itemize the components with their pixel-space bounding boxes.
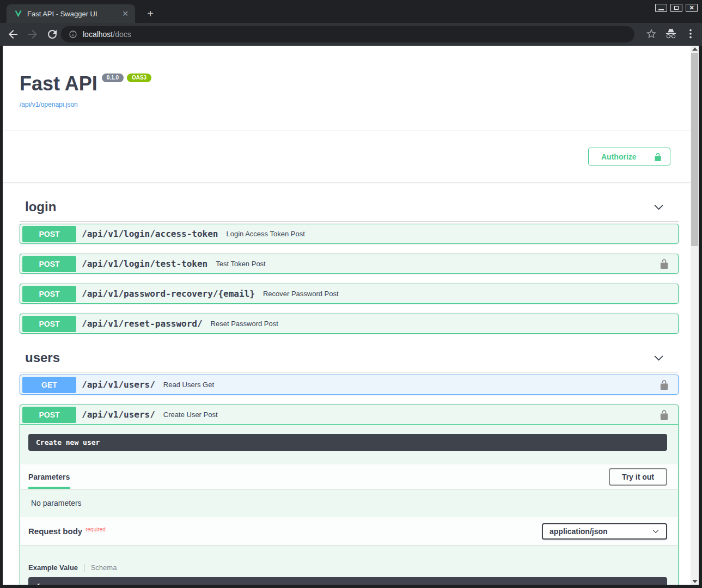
tag-name: users xyxy=(25,350,60,365)
operation-summary[interactable]: POST /api/v1/password-recovery/{email} R… xyxy=(20,284,678,303)
window-close-button[interactable]: ✕ xyxy=(686,4,698,12)
method-badge: POST xyxy=(22,316,76,332)
oas3-badge: OAS3 xyxy=(127,74,151,82)
bookmark-star-icon[interactable] xyxy=(645,28,657,40)
opblock-create-user: POST /api/v1/users/ Create User Post Cre… xyxy=(20,405,679,585)
no-parameters-text: No parameters xyxy=(20,489,678,517)
address-bar[interactable]: localhost/docs xyxy=(61,26,634,42)
scroll-down-arrow-icon[interactable] xyxy=(692,580,698,583)
method-badge: POST xyxy=(22,407,76,423)
tab-parameters[interactable]: Parameters xyxy=(28,473,70,481)
scroll-up-arrow-icon[interactable] xyxy=(692,47,698,51)
operation-body: Create new user Parameters Try it out No… xyxy=(20,425,678,585)
tab-schema[interactable]: Schema xyxy=(91,564,117,572)
new-tab-button[interactable]: + xyxy=(143,6,158,21)
example-code-line: { xyxy=(36,583,40,585)
url-host: localhost xyxy=(83,30,113,39)
tag-section-users: users GET /api/v1/users/ Read Users Get xyxy=(20,346,679,585)
method-badge: POST xyxy=(22,256,76,272)
close-icon: ✕ xyxy=(689,5,694,11)
version-badge: 0.1.0 xyxy=(102,74,124,82)
window-maximize-button[interactable] xyxy=(670,4,682,12)
operation-summary-text: Create User Post xyxy=(163,411,659,419)
incognito-icon xyxy=(665,28,677,40)
auth-lock-icon[interactable] xyxy=(659,409,669,420)
forward-button-icon[interactable] xyxy=(26,28,39,41)
method-badge: GET xyxy=(22,377,76,393)
operation-description: Create new user xyxy=(28,434,667,451)
request-body-label: Request body xyxy=(28,526,82,536)
openapi-spec-link[interactable]: /api/v1/openapi.json xyxy=(20,101,78,108)
url-path: /docs xyxy=(113,30,131,39)
menu-dots-icon[interactable] xyxy=(685,28,697,40)
operation-path: /api/v1/reset-password/ xyxy=(82,318,203,329)
back-button-icon[interactable] xyxy=(7,28,20,41)
tab-close-icon[interactable]: ✕ xyxy=(120,9,131,19)
site-favicon-icon xyxy=(14,10,22,18)
authorize-button[interactable]: Authorize xyxy=(588,148,670,166)
parameters-header: Parameters Try it out xyxy=(20,464,678,489)
browser-window: Fast API - Swagger UI ✕ + ✕ localhost/do… xyxy=(0,0,702,588)
page-title: Fast API xyxy=(20,72,97,95)
operation-path: /api/v1/users/ xyxy=(82,379,155,390)
reload-button-icon[interactable] xyxy=(46,28,59,41)
api-info: Fast API 0.1.0 OAS3 /api/v1/openapi.json xyxy=(20,46,679,109)
page-content: Fast API 0.1.0 OAS3 /api/v1/openapi.json… xyxy=(3,46,691,585)
tag-header-users[interactable]: users xyxy=(20,346,679,372)
try-it-out-button[interactable]: Try it out xyxy=(609,468,667,486)
opblock-reset-password: POST /api/v1/reset-password/ Reset Passw… xyxy=(20,314,679,334)
operation-summary-text: Test Token Post xyxy=(216,260,659,268)
browser-tab[interactable]: Fast API - Swagger UI ✕ xyxy=(7,4,135,23)
method-badge: POST xyxy=(22,226,76,242)
operation-summary-text: Read Users Get xyxy=(163,381,659,389)
content-type-value: application/json xyxy=(550,527,608,536)
content-type-select[interactable]: application/json xyxy=(542,523,667,540)
browser-toolbar: localhost/docs xyxy=(0,23,702,46)
chevron-down-icon[interactable] xyxy=(653,201,664,213)
required-label: required xyxy=(86,526,106,532)
window-controls: ✕ xyxy=(655,4,698,12)
operation-path: /api/v1/password-recovery/{email} xyxy=(82,289,255,299)
model-example: Example Value | Schema { xyxy=(20,545,678,585)
opblock-read-users: GET /api/v1/users/ Read Users Get xyxy=(20,375,679,395)
operation-summary-text: Recover Password Post xyxy=(263,290,669,298)
opblock-password-recovery: POST /api/v1/password-recovery/{email} R… xyxy=(20,284,679,304)
operation-summary[interactable]: POST /api/v1/users/ Create User Post xyxy=(20,405,678,425)
operation-path: /api/v1/users/ xyxy=(82,409,155,420)
opblock-login-access-token: POST /api/v1/login/access-token Login Ac… xyxy=(20,224,679,244)
minimize-icon xyxy=(658,9,664,10)
tag-name: login xyxy=(25,199,56,215)
operation-summary[interactable]: POST /api/v1/reset-password/ Reset Passw… xyxy=(20,314,678,333)
operation-summary[interactable]: GET /api/v1/users/ Read Users Get xyxy=(20,375,678,394)
operation-summary[interactable]: POST /api/v1/login/access-token Login Ac… xyxy=(20,224,678,243)
opblock-login-test-token: POST /api/v1/login/test-token Test Token… xyxy=(20,254,679,274)
auth-lock-icon[interactable] xyxy=(659,379,669,390)
page-info-icon[interactable] xyxy=(69,30,77,39)
badges: 0.1.0 OAS3 xyxy=(102,74,151,82)
example-code-block[interactable]: { xyxy=(28,577,667,585)
operation-path: /api/v1/login/access-token xyxy=(82,229,218,239)
tab-title: Fast API - Swagger UI xyxy=(27,10,120,18)
operation-summary-text: Login Access Token Post xyxy=(226,230,669,238)
select-chevron-icon xyxy=(652,528,660,535)
auth-lock-icon[interactable] xyxy=(659,259,669,269)
tag-section-login: login POST /api/v1/login/access-token Lo… xyxy=(20,195,679,334)
scheme-container: Authorize xyxy=(3,131,691,182)
operation-path: /api/v1/login/test-token xyxy=(82,259,207,269)
toolbar-actions xyxy=(645,28,697,40)
operation-summary-text: Reset Password Post xyxy=(211,320,669,328)
request-body-header: Request bodyrequired application/json xyxy=(20,517,678,545)
maximize-icon xyxy=(674,6,679,10)
tag-header-login[interactable]: login xyxy=(20,195,679,222)
tab-example-value[interactable]: Example Value xyxy=(28,564,78,572)
scrollbar-thumb[interactable] xyxy=(691,53,698,246)
window-minimize-button[interactable] xyxy=(655,4,667,12)
page-scrollbar[interactable] xyxy=(691,46,699,585)
authorize-label: Authorize xyxy=(601,152,637,161)
unlock-icon xyxy=(654,152,662,161)
tab-strip: Fast API - Swagger UI ✕ + ✕ xyxy=(0,0,702,23)
method-badge: POST xyxy=(22,286,76,302)
operation-summary[interactable]: POST /api/v1/login/test-token Test Token… xyxy=(20,254,678,273)
chevron-down-icon[interactable] xyxy=(653,352,664,364)
tab-separator: | xyxy=(83,563,86,572)
